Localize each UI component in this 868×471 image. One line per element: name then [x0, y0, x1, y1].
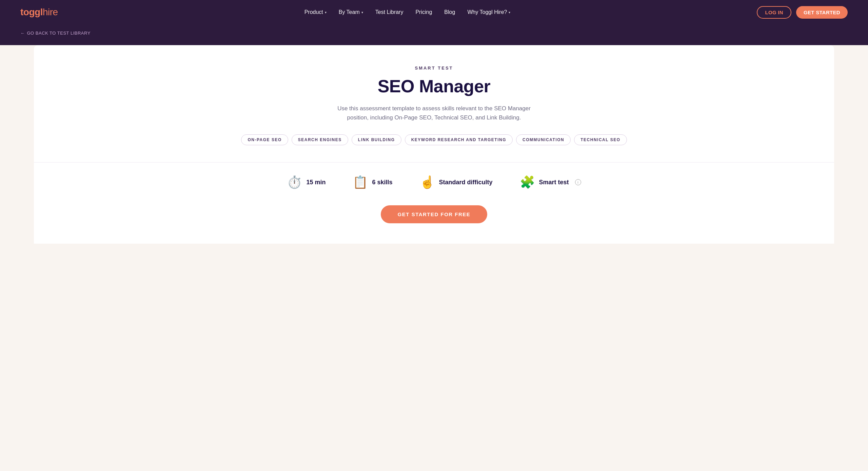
stats-row: ⏱️15 min📋6 skills☝️Standard difficulty🧩S…	[47, 176, 821, 188]
tag-communication: COMMUNICATION	[516, 134, 571, 145]
type-label: Smart test	[539, 179, 569, 186]
nav-item-by-team[interactable]: By Team ▾	[334, 6, 368, 18]
get-started-free-button[interactable]: GET STARTED FOR FREE	[381, 205, 488, 223]
smart-test-label: SMART TEST	[47, 65, 821, 71]
skills-label: 6 skills	[372, 179, 392, 186]
stat-skills: 📋6 skills	[353, 176, 392, 188]
nav-link-why-toggl[interactable]: Why Toggl Hire? ▾	[462, 6, 515, 18]
info-icon[interactable]: i	[575, 179, 581, 185]
divider	[34, 162, 834, 163]
skills-icon: 📋	[353, 176, 368, 188]
duration-icon: ⏱️	[287, 176, 302, 188]
logo-toggl: toggl	[20, 7, 43, 18]
tag-link-building: LINK BUILDING	[352, 134, 401, 145]
chevron-down-icon: ▾	[509, 11, 510, 14]
stat-difficulty: ☝️Standard difficulty	[420, 176, 493, 188]
difficulty-icon: ☝️	[420, 176, 435, 188]
nav-item-blog[interactable]: Blog	[439, 6, 460, 18]
logo[interactable]: toggl hire	[20, 7, 58, 18]
logo-hire: hire	[43, 7, 58, 18]
tag-keyword-research-and-targeting: KEYWORD RESEARCH AND TARGETING	[405, 134, 513, 145]
nav-actions: LOG IN GET STARTED	[757, 6, 848, 19]
arrow-left-icon: ←	[20, 31, 25, 36]
nav-link-product[interactable]: Product ▾	[300, 6, 331, 18]
nav-item-why-toggl[interactable]: Why Toggl Hire? ▾	[462, 6, 515, 18]
chevron-down-icon: ▾	[361, 11, 363, 14]
content-wrapper: SMART TEST SEO Manager Use this assessme…	[0, 45, 868, 244]
nav-item-product[interactable]: Product ▾	[300, 6, 331, 18]
main-card: SMART TEST SEO Manager Use this assessme…	[34, 45, 834, 244]
stat-duration: ⏱️15 min	[287, 176, 326, 188]
type-icon: 🧩	[520, 176, 535, 188]
test-description: Use this assessment template to assess s…	[332, 104, 536, 122]
cta-section: GET STARTED FOR FREE	[47, 205, 821, 227]
get-started-nav-button[interactable]: GET STARTED	[796, 6, 848, 19]
page-title: SEO Manager	[47, 76, 821, 96]
difficulty-label: Standard difficulty	[439, 179, 493, 186]
chevron-down-icon: ▾	[325, 11, 327, 14]
stat-type: 🧩Smart testi	[520, 176, 581, 188]
tag-on-page-seo: ON-PAGE SEO	[241, 134, 288, 145]
navbar: toggl hire Product ▾ By Team ▾ Test Libr…	[0, 0, 868, 24]
duration-label: 15 min	[306, 179, 326, 186]
nav-links: Product ▾ By Team ▾ Test Library Pricing…	[300, 6, 515, 18]
nav-item-pricing[interactable]: Pricing	[411, 6, 437, 18]
breadcrumb[interactable]: ← GO BACK TO TEST LIBRARY	[20, 31, 848, 36]
breadcrumb-label: GO BACK TO TEST LIBRARY	[27, 31, 91, 36]
tag-technical-seo: TECHNICAL SEO	[574, 134, 627, 145]
breadcrumb-bar: ← GO BACK TO TEST LIBRARY	[0, 24, 868, 45]
tags-container: ON-PAGE SEOSEARCH ENGINESLINK BUILDINGKE…	[47, 134, 821, 145]
tag-search-engines: SEARCH ENGINES	[292, 134, 348, 145]
nav-item-test-library[interactable]: Test Library	[371, 6, 408, 18]
nav-link-by-team[interactable]: By Team ▾	[334, 6, 368, 18]
nav-link-test-library[interactable]: Test Library	[371, 6, 408, 18]
login-button[interactable]: LOG IN	[757, 6, 791, 19]
nav-link-pricing[interactable]: Pricing	[411, 6, 437, 18]
nav-link-blog[interactable]: Blog	[439, 6, 460, 18]
